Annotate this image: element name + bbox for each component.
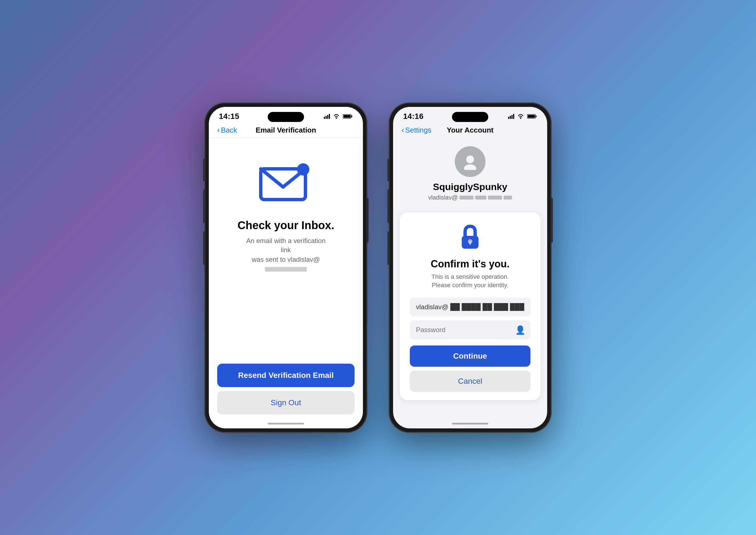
mute-button-2 bbox=[388, 159, 389, 181]
svg-rect-12 bbox=[508, 117, 509, 119]
svg-point-11 bbox=[297, 163, 309, 176]
phone-1-content: 14:15 bbox=[209, 107, 363, 428]
back-label-1: Back bbox=[221, 126, 237, 134]
phone-1-footer: Resend Verification Email Sign Out bbox=[209, 364, 363, 428]
nav-bar-1: ‹ Back Email Verification bbox=[209, 124, 363, 138]
chevron-left-icon: ‹ bbox=[217, 126, 220, 134]
svg-line-9 bbox=[261, 169, 283, 187]
svg-rect-3 bbox=[329, 114, 330, 119]
email-redacted-bar-2c bbox=[488, 196, 502, 200]
power-button bbox=[367, 198, 368, 242]
svg-point-21 bbox=[464, 164, 476, 170]
password-field-wrapper: 👤 bbox=[410, 321, 531, 339]
wifi-icon-2 bbox=[517, 114, 524, 119]
signal-icon-2 bbox=[508, 114, 514, 119]
lock-icon-container bbox=[459, 224, 481, 251]
continue-button[interactable]: Continue bbox=[410, 346, 531, 367]
confirm-subtitle: This is a sensitive operation. Please co… bbox=[431, 273, 509, 290]
account-username: SquigglySpunky bbox=[433, 182, 507, 192]
battery-icon-2 bbox=[527, 114, 537, 119]
email-illustration bbox=[258, 155, 314, 205]
confirm-modal: Confirm it's you. This is a sensitive op… bbox=[400, 212, 540, 401]
nav-title-1: Email Verification bbox=[256, 126, 316, 134]
svg-point-4 bbox=[336, 117, 337, 119]
phone-2: 14:16 bbox=[389, 103, 551, 432]
svg-rect-14 bbox=[511, 115, 512, 119]
mute-button bbox=[203, 159, 205, 181]
status-icons-1 bbox=[324, 114, 353, 119]
password-input[interactable] bbox=[410, 321, 531, 339]
person-icon bbox=[462, 153, 479, 170]
confirm-subtitle-line2: Please confirm your identity. bbox=[432, 282, 509, 289]
svg-rect-7 bbox=[343, 115, 351, 118]
signal-icon bbox=[324, 114, 330, 119]
check-inbox-subtitle: An email with a verification link was se… bbox=[241, 236, 331, 273]
avatar bbox=[455, 146, 485, 177]
status-time-1: 14:15 bbox=[219, 112, 239, 121]
email-redacted-bar-2a bbox=[459, 196, 474, 200]
svg-point-16 bbox=[520, 117, 521, 119]
email-redacted-bar-1 bbox=[265, 267, 307, 271]
wifi-icon-1 bbox=[333, 114, 340, 119]
phone-2-content: 14:16 bbox=[393, 107, 547, 428]
status-icons-2 bbox=[508, 114, 537, 119]
svg-rect-24 bbox=[469, 241, 471, 245]
svg-rect-19 bbox=[528, 115, 535, 118]
svg-rect-1 bbox=[326, 116, 327, 119]
power-button-2 bbox=[551, 198, 553, 242]
confirm-subtitle-line1: This is a sensitive operation. bbox=[431, 273, 509, 280]
check-inbox-heading: Check your Inbox. bbox=[238, 219, 334, 232]
subtitle-prefix: An email with a verification link bbox=[246, 237, 326, 254]
phone-1-body: Check your Inbox. An email with a verifi… bbox=[209, 138, 363, 364]
back-label-2: Settings bbox=[405, 126, 431, 134]
phone-1: 14:15 bbox=[205, 103, 367, 432]
chevron-left-icon-2: ‹ bbox=[401, 126, 404, 134]
battery-icon-1 bbox=[343, 114, 353, 119]
cancel-button[interactable]: Cancel bbox=[410, 371, 531, 392]
volume-down-button-2 bbox=[388, 231, 389, 265]
email-redacted-bar-2d bbox=[504, 196, 512, 200]
volume-up-button-2 bbox=[388, 189, 389, 223]
dynamic-island-1 bbox=[268, 112, 304, 122]
resend-verification-button[interactable]: Resend Verification Email bbox=[217, 364, 355, 387]
email-redacted-bar-2b bbox=[475, 196, 486, 200]
svg-rect-13 bbox=[510, 116, 511, 119]
nav-bar-2: ‹ Settings Your Account bbox=[393, 124, 547, 138]
volume-down-button bbox=[203, 231, 205, 265]
phone-1-screen: 14:15 bbox=[209, 107, 363, 428]
email-prefix-2: vladislav@ bbox=[428, 194, 458, 201]
volume-up-button bbox=[203, 189, 205, 223]
email-icon bbox=[258, 155, 314, 205]
email-field-wrapper bbox=[410, 297, 531, 317]
confirm-heading: Confirm it's you. bbox=[431, 258, 510, 270]
svg-point-20 bbox=[466, 155, 474, 163]
back-button-1[interactable]: ‹ Back bbox=[217, 126, 237, 134]
sign-out-button[interactable]: Sign Out bbox=[217, 391, 355, 414]
svg-rect-2 bbox=[327, 115, 328, 119]
subtitle-middle: was sent to vladislav@ bbox=[252, 256, 320, 263]
svg-rect-15 bbox=[513, 114, 514, 119]
svg-rect-6 bbox=[351, 116, 352, 117]
home-indicator-2 bbox=[452, 423, 488, 425]
phone-2-screen: 14:16 bbox=[393, 107, 547, 428]
email-input[interactable] bbox=[410, 297, 531, 317]
account-email: vladislav@ bbox=[428, 194, 512, 201]
home-indicator-1 bbox=[268, 423, 304, 425]
status-time-2: 14:16 bbox=[403, 112, 423, 121]
nav-title-2: Your Account bbox=[447, 126, 494, 134]
svg-rect-18 bbox=[536, 116, 537, 117]
lock-icon bbox=[459, 224, 481, 250]
svg-rect-0 bbox=[324, 117, 325, 119]
back-button-2[interactable]: ‹ Settings bbox=[401, 126, 431, 134]
account-header: SquigglySpunky vladislav@ bbox=[393, 138, 547, 207]
dynamic-island-2 bbox=[452, 112, 488, 122]
password-visibility-icon[interactable]: 👤 bbox=[515, 325, 525, 335]
